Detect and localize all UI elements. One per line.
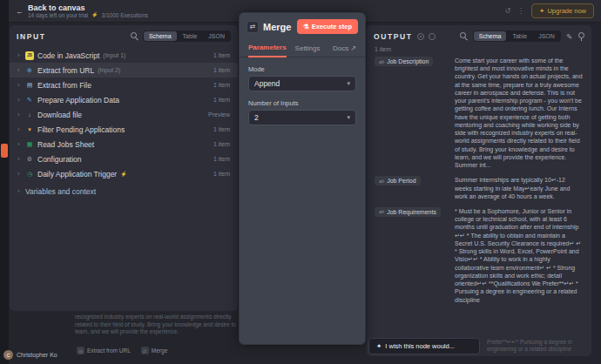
input-item-label: Filter Pending Applications (37, 125, 125, 134)
input-item-extract-from-file[interactable]: Extract from File 1 item (10, 78, 238, 92)
chevron-right-icon (17, 170, 22, 178)
input-item-prepare-application-data[interactable]: Prepare Application Data 1 item (10, 92, 238, 107)
output-panel: OUTPUT Schema Table JSON 1 item (366, 24, 592, 357)
output-panel-title: OUTPUT (374, 32, 413, 41)
input-panel: INPUT Schema Table JSON Code in JavaScri… (9, 24, 239, 312)
field-value: Come start your career with some of the … (455, 57, 584, 169)
output-tab-table[interactable]: Table (507, 31, 532, 41)
pin-data-icon[interactable] (577, 32, 584, 41)
trigger-bolt-icon (120, 171, 127, 177)
input-tab-table[interactable]: Table (178, 31, 203, 41)
spreadsheet-icon (25, 140, 34, 149)
input-item-count: 1 item (213, 52, 230, 58)
string-type-icon (379, 59, 384, 64)
field-pill-job-period[interactable]: Job Period (375, 176, 421, 185)
field-pill-job-description[interactable]: Job Description (375, 57, 433, 66)
sparkle-icon (539, 7, 544, 15)
output-tab-json[interactable]: JSON (533, 31, 560, 41)
input-item-code-in-javascript[interactable]: Code in JavaScript (Input 1) 1 item (10, 48, 238, 63)
input-item-count: 1 item (213, 156, 230, 162)
input-tab-json[interactable]: JSON (203, 31, 230, 41)
variables-and-context-item[interactable]: Variables and context (10, 184, 238, 199)
output-field-job-description: Job Description Come start your career w… (375, 57, 584, 169)
output-panel-header: OUTPUT Schema Table JSON (367, 25, 591, 46)
back-label: Back to canvas (28, 3, 148, 12)
input-node-list: Code in JavaScript (Input 1) 1 item Extr… (10, 48, 238, 199)
search-icon[interactable] (460, 32, 468, 40)
output-tab-schema[interactable]: Schema (474, 31, 507, 41)
input-item-count: 1 item (213, 97, 230, 103)
output-view-switcher: Schema Table JSON (473, 30, 561, 42)
input-item-read-jobs-sheet[interactable]: Read Jobs Sheet 1 item (10, 137, 238, 152)
input-item-label: Prepare Application Data (37, 96, 119, 104)
input-item-download-file[interactable]: Download file Preview (10, 107, 238, 122)
overflow-menu-icon[interactable] (517, 7, 524, 15)
mode-select[interactable]: Append (248, 76, 356, 91)
execute-step-button[interactable]: Execute step (297, 19, 358, 34)
canvas-node-extract-from-url[interactable]: Extract from URL (77, 347, 131, 354)
output-branch-icon[interactable] (429, 33, 436, 40)
tab-parameters[interactable]: Parameters (248, 40, 287, 57)
input-item-count: 1 item (213, 141, 230, 147)
app-screen: recognized industry experts on real-worl… (0, 0, 601, 364)
back-arrow-icon (16, 7, 24, 16)
top-bar-actions: Upgrade now (504, 3, 594, 18)
input-item-filter-pending-applications[interactable]: Filter Pending Applications 1 item (10, 122, 238, 137)
canvas-node-label: Extract from URL (87, 347, 131, 354)
chevron-right-icon (17, 66, 22, 74)
output-field-job-requirements: Job Requirements * Must be a Sophomore, … (375, 207, 584, 304)
sparkle-icon (376, 342, 382, 350)
javascript-icon (25, 51, 34, 60)
field-value: * Must be a Sophomore, Junior or Senior … (455, 207, 584, 304)
node-feedback-input[interactable]: I wish this node would... (368, 338, 480, 354)
output-overflow-text: Prefer**↵↵* Pursuing a degree in enginee… (487, 339, 590, 354)
chevron-right-icon (17, 51, 22, 59)
input-item-extract-from-url[interactable]: Extract from URL (Input 2) 1 item (10, 63, 238, 78)
input-item-label: Variables and context (25, 187, 96, 196)
tab-settings[interactable]: Settings (295, 41, 321, 57)
chevron-right-icon (17, 187, 22, 195)
output-field-job-period: Job Period Summer internships are typica… (375, 176, 584, 200)
clock-icon (25, 170, 34, 179)
input-item-label: Code in JavaScript (37, 51, 99, 60)
output-run-indicator-icon[interactable] (417, 33, 424, 40)
chevron-right-icon (17, 125, 22, 133)
canvas-node-label: Merge (152, 347, 167, 354)
chevron-right-icon (17, 81, 22, 89)
chevron-down-icon (347, 114, 350, 121)
output-schema-list: Job Description Come start your career w… (367, 57, 591, 304)
user-menu[interactable]: C Christopher Ko (3, 350, 57, 360)
history-icon[interactable] (504, 7, 510, 15)
upgrade-label: Upgrade now (547, 7, 586, 15)
filter-icon (25, 125, 34, 134)
string-type-icon (379, 209, 384, 214)
back-to-canvas-button[interactable]: Back to canvas 14 days left on your tria… (16, 3, 148, 19)
input-item-daily-application-trigger[interactable]: Daily Application Trigger 1 item (10, 166, 238, 181)
edit-output-icon[interactable] (566, 32, 572, 41)
executions-count: 3/1000 Executions (102, 12, 148, 18)
avatar: C (3, 350, 13, 360)
n8n-logo[interactable] (1, 144, 8, 158)
chevron-right-icon (17, 155, 22, 163)
search-icon[interactable] (131, 32, 138, 40)
input-item-label: Daily Application Trigger (37, 170, 117, 179)
chevron-right-icon (17, 140, 22, 148)
input-panel-header: INPUT Schema Table JSON (10, 25, 238, 46)
input-item-suffix: (Input 1) (103, 52, 125, 58)
upgrade-now-button[interactable]: Upgrade now (531, 3, 594, 18)
input-item-count: 1 item (213, 82, 230, 88)
input-item-configuration[interactable]: Configuration 1 item (10, 152, 238, 166)
tab-docs[interactable]: Docs (333, 41, 356, 57)
canvas-sticky-note: recognized industry experts on real-worl… (75, 313, 237, 336)
field-pill-job-requirements[interactable]: Job Requirements (375, 207, 441, 217)
canvas-node-merge[interactable]: Merge (141, 347, 167, 354)
mode-label: Mode (248, 65, 356, 73)
number-of-inputs-select[interactable]: 2 (248, 110, 356, 125)
node-header: Merge Execute step (240, 13, 365, 38)
external-link-icon (350, 44, 356, 52)
input-tab-schema[interactable]: Schema (144, 31, 177, 41)
trial-text: 14 days left on your trial (28, 12, 88, 18)
execute-step-label: Execute step (312, 23, 352, 30)
chevron-down-icon (347, 80, 350, 87)
number-of-inputs-field: Number of Inputs 2 (240, 91, 365, 125)
